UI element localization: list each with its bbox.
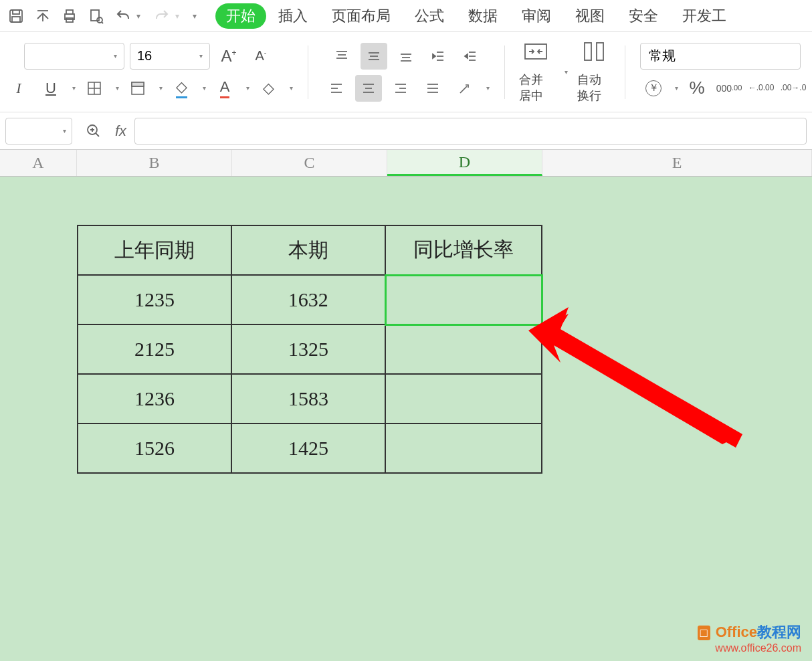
col-header-E[interactable]: E (542, 150, 812, 176)
cell[interactable]: 1583 (231, 374, 385, 423)
align-top-icon[interactable] (328, 43, 355, 70)
orientation-dropdown[interactable]: ▾ (486, 84, 490, 92)
svg-rect-4 (66, 10, 73, 14)
table-row: 2125 1325 (78, 324, 542, 374)
cell[interactable]: 1526 (78, 423, 231, 473)
zoom-icon[interactable] (80, 118, 107, 145)
save-icon[interactable] (3, 3, 29, 29)
sheet-area[interactable]: 上年同期 本期 同比增长率 1235 1632 2125 1325 1236 1… (0, 177, 812, 661)
tab-dev[interactable]: 开发工 (670, 2, 738, 30)
quick-access-toolbar: ▾ ▾ ▾ 开始 插入 页面布局 公式 数据 审阅 视图 安全 开发工 (0, 0, 812, 32)
number-format-select[interactable]: 常规 (640, 43, 801, 70)
col-header-C[interactable]: C (232, 150, 387, 176)
svg-rect-5 (66, 18, 73, 22)
merge-dropdown[interactable]: ▾ (565, 68, 568, 76)
fill-pattern-button[interactable] (124, 75, 151, 102)
cell[interactable]: 1236 (78, 374, 231, 423)
annotation-arrow (522, 284, 749, 458)
font-size-value: 16 (137, 48, 152, 64)
wrap-icon (581, 40, 607, 69)
percent-button[interactable]: % (684, 75, 710, 102)
decrease-decimal-button[interactable]: .00→.0 (780, 75, 807, 102)
align-left-icon[interactable] (323, 75, 350, 102)
cell[interactable]: 1425 (231, 423, 385, 473)
cell[interactable] (385, 374, 542, 423)
selected-cell[interactable] (385, 275, 542, 324)
tab-start[interactable]: 开始 (215, 3, 266, 29)
font-name-select[interactable]: ▾ (24, 43, 124, 70)
svg-rect-45 (597, 43, 603, 60)
cell[interactable]: 1632 (231, 275, 385, 324)
cell[interactable] (385, 324, 542, 374)
undo-dropdown[interactable]: ▾ (136, 11, 148, 21)
qat-more-dropdown[interactable]: ▾ (193, 11, 205, 21)
borders-button[interactable] (81, 75, 108, 102)
font-color-button[interactable]: A (211, 75, 238, 102)
undo-icon[interactable] (110, 3, 136, 29)
align-center-icon[interactable] (355, 75, 382, 102)
cell[interactable]: 2125 (78, 324, 231, 374)
redo-dropdown[interactable]: ▾ (175, 11, 187, 21)
justify-icon[interactable] (419, 75, 446, 102)
underline-button[interactable]: U (37, 75, 64, 102)
clear-format-button[interactable]: ◇ (255, 75, 282, 102)
svg-rect-2 (12, 17, 20, 22)
increase-decimal-button[interactable]: ←.0.00 (748, 75, 775, 102)
italic-button[interactable]: I (5, 75, 32, 102)
fill-color-button[interactable]: ◇ (168, 75, 195, 102)
col-header-A[interactable]: A (0, 150, 77, 176)
cell[interactable]: 1235 (78, 275, 231, 324)
watermark-brand: Office (716, 624, 757, 640)
merge-icon (522, 40, 549, 69)
fill-color-dropdown[interactable]: ▾ (203, 84, 206, 92)
clear-format-dropdown[interactable]: ▾ (290, 84, 293, 92)
decrease-indent-icon[interactable] (425, 43, 451, 70)
tab-data[interactable]: 数据 (456, 2, 510, 30)
decrease-font-icon[interactable]: A- (247, 43, 274, 70)
increase-indent-icon[interactable] (457, 43, 484, 70)
col-header-D[interactable]: D (387, 150, 542, 176)
currency-dropdown[interactable]: ▾ (675, 84, 678, 92)
tab-security[interactable]: 安全 (617, 2, 670, 30)
align-bottom-icon[interactable] (393, 43, 419, 70)
separator (625, 45, 625, 99)
fx-label[interactable]: fx (115, 122, 126, 140)
cell[interactable] (385, 423, 542, 473)
align-right-icon[interactable] (387, 75, 414, 102)
svg-rect-13 (132, 82, 144, 86)
header-current-period[interactable]: 本期 (231, 225, 385, 275)
borders-dropdown[interactable]: ▾ (116, 84, 119, 92)
share-icon[interactable] (29, 3, 56, 29)
svg-point-7 (97, 17, 102, 23)
svg-rect-43 (525, 44, 546, 59)
font-size-select[interactable]: 16▾ (130, 43, 210, 70)
merge-center-button[interactable]: 合并居中 (519, 40, 552, 104)
tab-insert[interactable]: 插入 (266, 2, 320, 30)
tab-view[interactable]: 视图 (563, 2, 617, 30)
tab-review[interactable]: 审阅 (510, 2, 563, 30)
align-middle-icon[interactable] (361, 43, 387, 70)
print-icon[interactable] (56, 3, 83, 29)
column-headers: A B C D E (0, 150, 812, 177)
separator (504, 45, 505, 99)
wrap-text-button[interactable]: 自动换行 (577, 40, 610, 104)
svg-rect-1 (13, 10, 19, 14)
ribbon: ▾ 16▾ A+ A- I U ▾ ▾ ▾ ◇ ▾ A (0, 32, 812, 112)
comma-button[interactable]: 000.00 (716, 75, 742, 102)
cell[interactable]: 1325 (231, 324, 385, 374)
preview-icon[interactable] (83, 3, 110, 29)
redo-icon[interactable] (148, 3, 175, 29)
orientation-icon[interactable] (451, 75, 478, 102)
underline-dropdown[interactable]: ▾ (72, 84, 76, 92)
fill-pattern-dropdown[interactable]: ▾ (159, 84, 163, 92)
tab-formula[interactable]: 公式 (403, 2, 456, 30)
formula-input[interactable] (134, 118, 807, 145)
name-box[interactable]: ▾ (5, 118, 72, 145)
header-prev-period[interactable]: 上年同期 (78, 225, 231, 275)
col-header-B[interactable]: B (77, 150, 232, 176)
header-growth-rate[interactable]: 同比增长率 (385, 225, 542, 275)
currency-button[interactable]: ￥ (640, 75, 667, 102)
tab-layout[interactable]: 页面布局 (320, 2, 403, 30)
font-color-dropdown[interactable]: ▾ (246, 84, 249, 92)
increase-font-icon[interactable]: A+ (215, 43, 242, 70)
